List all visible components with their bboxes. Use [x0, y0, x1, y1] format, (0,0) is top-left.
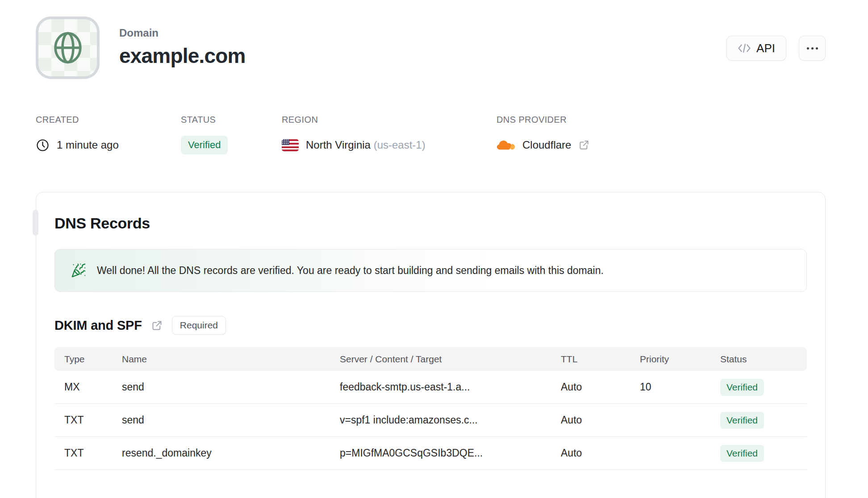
region-code: (us-east-1) [374, 139, 426, 151]
region-value: North Virginia [306, 139, 371, 151]
dns-provider-label: DNS PROVIDER [497, 115, 590, 125]
dns-records-table: Type Name Server / Content / Target TTL … [54, 347, 807, 470]
table-header-row: Type Name Server / Content / Target TTL … [54, 347, 807, 371]
ellipsis-icon [807, 47, 818, 50]
required-badge: Required [172, 316, 226, 335]
page-title: example.com [119, 44, 246, 68]
header-actions: API [726, 17, 826, 61]
record-ttl: Auto [561, 381, 640, 393]
column-name: Name [122, 354, 340, 365]
record-content: v=spf1 include:amazonses.c... [340, 414, 561, 426]
dns-provider-value: Cloudflare [522, 139, 571, 151]
more-options-button[interactable] [799, 36, 826, 61]
domain-meta-row: CREATED 1 minute ago STATUS Verified REG… [36, 115, 826, 154]
created-value: 1 minute ago [57, 139, 119, 151]
meta-status: STATUS Verified [181, 115, 282, 154]
record-ttl: Auto [561, 414, 640, 426]
record-name: resend._domainkey [122, 447, 340, 459]
card-accent [33, 210, 38, 236]
globe-icon [50, 30, 85, 65]
domain-detail-page: Domain example.com API CREATED [0, 0, 868, 498]
cloudflare-icon [497, 139, 515, 152]
record-content: feedback-smtp.us-east-1.a... [340, 381, 561, 393]
domain-avatar [36, 17, 100, 79]
api-button[interactable]: API [726, 36, 786, 61]
us-flag-icon [282, 139, 299, 151]
record-status-badge: Verified [720, 379, 764, 396]
clock-icon [36, 138, 50, 152]
dkim-spf-section-head: DKIM and SPF Required [54, 316, 807, 335]
record-name: send [122, 414, 340, 426]
party-popper-icon [71, 263, 86, 278]
record-content: p=MIGfMA0GCSqGSIb3DQE... [340, 447, 561, 459]
dns-records-card: DNS Records Well done! All the DNS recor… [36, 192, 826, 498]
api-button-label: API [756, 42, 775, 55]
record-type: TXT [54, 447, 122, 459]
column-type: Type [54, 354, 122, 365]
record-priority: 10 [640, 381, 720, 393]
record-name: send [122, 381, 340, 393]
dns-records-title: DNS Records [54, 215, 807, 232]
column-content: Server / Content / Target [340, 354, 561, 365]
column-status: Status [720, 354, 807, 365]
column-ttl: TTL [561, 354, 640, 365]
record-ttl: Auto [561, 447, 640, 459]
code-icon [738, 43, 751, 54]
table-row[interactable]: MX send feedback-smtp.us-east-1.a... Aut… [54, 371, 807, 404]
region-label: REGION [282, 115, 497, 125]
status-badge: Verified [181, 136, 228, 154]
status-label: STATUS [181, 115, 282, 125]
meta-region: REGION North Virginia (us-east-1) [282, 115, 497, 154]
external-link-icon[interactable] [151, 320, 163, 332]
success-banner: Well done! All the DNS records are verif… [54, 249, 807, 292]
table-row[interactable]: TXT resend._domainkey p=MIGfMA0GCSqGSIb3… [54, 437, 807, 470]
header-text: Domain example.com [119, 17, 246, 68]
domain-eyebrow: Domain [119, 27, 246, 39]
banner-text: Well done! All the DNS records are verif… [97, 265, 604, 277]
dkim-spf-title: DKIM and SPF [54, 318, 142, 333]
record-status-badge: Verified [720, 445, 764, 462]
meta-created: CREATED 1 minute ago [36, 115, 181, 154]
external-link-icon[interactable] [578, 139, 590, 151]
column-priority: Priority [640, 354, 720, 365]
record-type: MX [54, 381, 122, 393]
created-label: CREATED [36, 115, 181, 125]
record-status-badge: Verified [720, 412, 764, 429]
meta-dns-provider: DNS PROVIDER Cloudflare [497, 115, 590, 154]
table-row[interactable]: TXT send v=spf1 include:amazonses.c... A… [54, 404, 807, 437]
page-header: Domain example.com API [36, 17, 826, 79]
record-type: TXT [54, 414, 122, 426]
